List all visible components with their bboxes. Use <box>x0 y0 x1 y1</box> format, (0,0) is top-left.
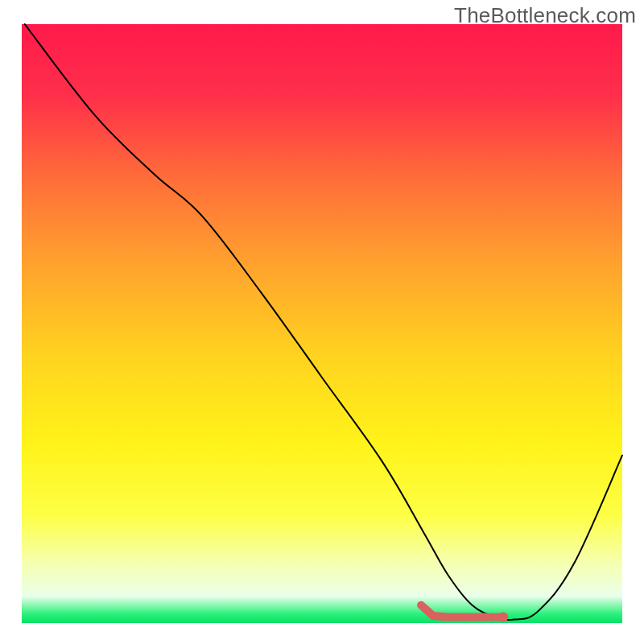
watermark-text: TheBottleneck.com <box>454 3 636 28</box>
bottleneck-chart <box>0 0 644 644</box>
chart-container: TheBottleneck.com <box>0 0 644 644</box>
plot-background <box>22 24 622 623</box>
marker-dot <box>498 613 508 622</box>
